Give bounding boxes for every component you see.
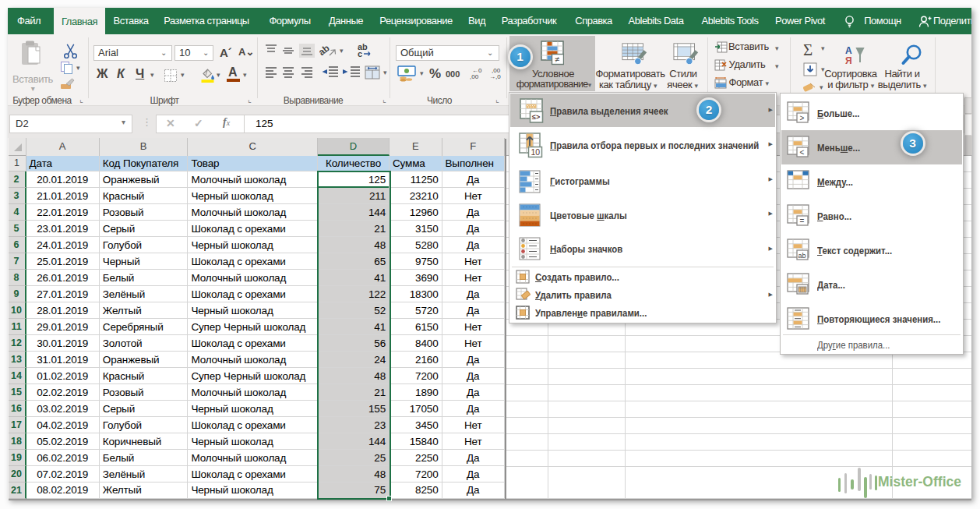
svg-text:≠: ≠ bbox=[555, 55, 559, 64]
svg-text:c: c bbox=[358, 49, 362, 58]
svg-text:А: А bbox=[845, 45, 852, 56]
svg-text:,00: ,00 bbox=[470, 73, 479, 80]
svg-text:ab: ab bbox=[319, 44, 332, 58]
svg-text:Я: Я bbox=[845, 55, 852, 66]
svg-text:→,0: →,0 bbox=[489, 73, 501, 80]
